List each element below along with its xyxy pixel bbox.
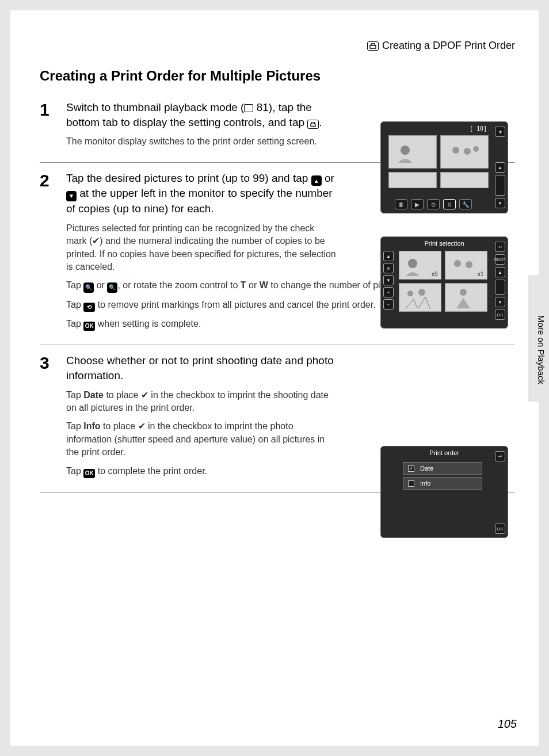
step-3-heading: Choose whether or not to print shooting … — [66, 353, 337, 383]
zoom-in-icon: 🔍 — [83, 282, 94, 293]
up-arrow-icon: ▲ — [383, 251, 394, 261]
print-order-icon — [367, 41, 379, 51]
thumbnail — [440, 135, 489, 169]
thumbnail — [388, 135, 437, 169]
svg-point-11 — [460, 289, 467, 296]
page-ref-icon — [244, 104, 253, 112]
ok-icon: OK — [83, 469, 95, 478]
bottom-toolbar: 🗑 ▶ ⊙ ⎙ 🔧 — [395, 199, 472, 209]
step-number: 3 — [40, 353, 66, 372]
svg-point-0 — [401, 146, 410, 155]
svg-point-9 — [407, 291, 413, 296]
thumbnail — [388, 172, 437, 188]
zoom-out-icon: − — [383, 299, 394, 310]
ok-button: OK — [495, 524, 505, 534]
page-header: Creating a DPOF Print Order — [40, 40, 515, 52]
zoom-in-icon: + — [383, 287, 394, 297]
screen-title: Print selection — [381, 237, 508, 247]
frame-counter: [ 10] — [470, 125, 487, 132]
page-number: 105 — [498, 717, 517, 731]
reset-button: RESET — [495, 254, 505, 265]
option-date: Date — [403, 462, 482, 475]
svg-point-7 — [466, 261, 472, 268]
svg-point-10 — [418, 289, 425, 296]
star-icon: ★ — [495, 127, 505, 137]
step-2-heading: Tap the desired pictures to print (up to… — [66, 171, 337, 216]
checkbox-icon — [408, 480, 414, 487]
thumbnail-selected: x9 — [399, 251, 441, 280]
step-number: 2 — [40, 171, 66, 189]
step-2-note-1: Pictures selected for printing can be re… — [66, 222, 337, 274]
svg-point-3 — [473, 146, 479, 152]
back-icon: ↩ — [495, 451, 505, 461]
svg-text:x1: x1 — [478, 271, 484, 277]
thumbnail — [445, 283, 487, 312]
thumbnail — [399, 283, 441, 312]
checkbox-checked-icon — [408, 465, 414, 472]
step-1-heading: Switch to thumbnail playback mode ( 81),… — [66, 100, 337, 129]
svg-text:x9: x9 — [432, 271, 438, 277]
thumbnail-selected: x1 — [445, 251, 487, 280]
protect-icon: ⊙ — [427, 199, 440, 209]
print-set-icon: ⎙ — [443, 199, 456, 209]
scrollbar — [495, 280, 505, 295]
setup-icon: 🔧 — [459, 199, 472, 209]
ok-icon: OK — [83, 322, 95, 331]
ok-button: OK — [495, 310, 505, 320]
svg-point-1 — [452, 147, 459, 154]
thumbnail — [440, 172, 489, 188]
scroll-up-icon: ▲ — [495, 162, 505, 173]
reset-icon: ⟲ — [83, 303, 95, 312]
check-icon: ✔ — [138, 421, 146, 431]
step-3-note-2: Tap Info to place ✔ in the checkbox to i… — [66, 420, 337, 459]
slideshow-icon: ▶ — [411, 199, 424, 209]
manual-page: Creating a DPOF Print Order Creating a P… — [10, 10, 539, 746]
up-arrow-icon: ▲ — [311, 175, 322, 186]
camera-screen-print-order: Print order Date Info ↩ OK — [380, 446, 508, 538]
print-set-icon — [307, 120, 319, 129]
check-icon: ✔ — [141, 390, 148, 400]
copy-count: 9 — [383, 263, 394, 273]
down-arrow-icon: ▼ — [66, 191, 77, 201]
option-info: Info — [403, 477, 482, 490]
zoom-out-icon: 🔍 — [107, 282, 117, 293]
camera-screen-print-selection: Print selection ▲ 9 ▼ + − x9 x1 ↩ RESET … — [380, 236, 508, 329]
scroll-down-icon: ▼ — [495, 198, 505, 208]
scroll-down-icon: ▼ — [495, 297, 505, 307]
step-1-note: The monitor display switches to the prin… — [66, 135, 337, 148]
trash-icon: 🗑 — [395, 199, 407, 209]
scroll-up-icon: ▲ — [495, 267, 505, 277]
screen-title: Print order — [381, 446, 508, 456]
back-icon: ↩ — [495, 242, 505, 252]
step-3-note-1: Tap Date to place ✔ in the checkbox to i… — [66, 389, 337, 415]
page-title: Creating a Print Order for Multiple Pict… — [40, 68, 515, 84]
breadcrumb-text: Creating a DPOF Print Order — [382, 40, 515, 52]
down-arrow-icon: ▼ — [383, 275, 394, 285]
svg-point-6 — [454, 260, 461, 267]
section-label: More on Playback — [536, 315, 546, 384]
scrollbar — [495, 175, 505, 196]
step-3-note-3: Tap OK to complete the print order. — [66, 465, 337, 478]
svg-point-4 — [408, 259, 417, 268]
camera-screen-thumbnails: [ 10] 🗑 ▶ ⊙ ⎙ 🔧 ★ ▲ ▼ — [380, 121, 508, 213]
step-number: 1 — [40, 100, 66, 119]
svg-point-2 — [464, 148, 471, 155]
